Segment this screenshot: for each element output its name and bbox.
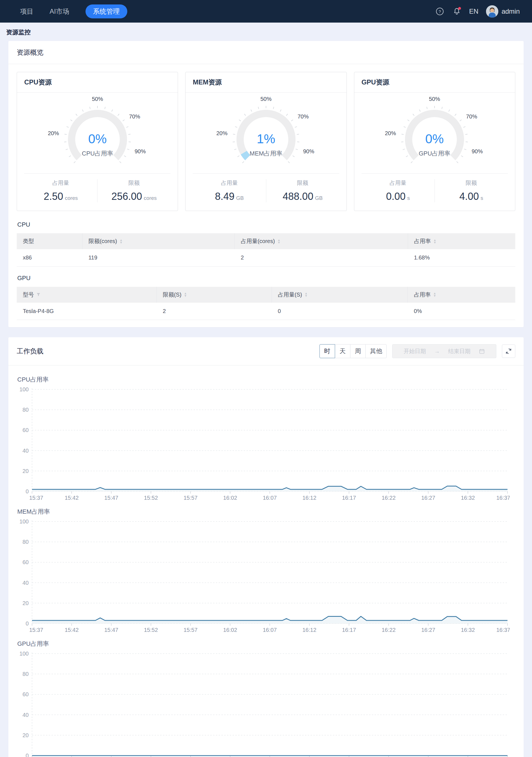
column-header[interactable]: 限额(cores)▲▼ bbox=[82, 233, 235, 249]
column-header[interactable]: 占用量(S)▲▼ bbox=[271, 287, 408, 303]
svg-text:100: 100 bbox=[19, 518, 29, 525]
svg-text:16:12: 16:12 bbox=[302, 627, 317, 633]
resource-overview-card: 资源概览 CPU资源20%50%70%90%0%CPU占用率占用量2.50cor… bbox=[8, 41, 524, 327]
svg-text:16:02: 16:02 bbox=[223, 627, 237, 633]
range-button-其他[interactable]: 其他 bbox=[365, 344, 387, 358]
language-switch[interactable]: EN bbox=[469, 8, 478, 15]
chart-title: MEM占用率 bbox=[17, 507, 515, 516]
chart-title: GPU占用率 bbox=[17, 640, 515, 648]
user-menu[interactable]: admin bbox=[486, 5, 520, 17]
svg-text:70%: 70% bbox=[297, 113, 309, 120]
sort-carets-icon[interactable]: ▲▼ bbox=[120, 239, 123, 244]
column-label: 类型 bbox=[23, 237, 34, 245]
table-title: GPU bbox=[17, 275, 515, 282]
column-header[interactable]: 限额(S)▲▼ bbox=[156, 287, 271, 303]
svg-text:16:07: 16:07 bbox=[263, 495, 277, 501]
svg-text:?: ? bbox=[439, 9, 441, 14]
table-row: x8611921.68% bbox=[17, 249, 515, 266]
gauge-chart: 20%50%70%90%0%CPU占用率 bbox=[32, 97, 163, 173]
svg-text:90%: 90% bbox=[303, 148, 314, 154]
svg-text:GPU占用率: GPU占用率 bbox=[419, 150, 450, 157]
range-button-时[interactable]: 时 bbox=[320, 344, 335, 358]
sort-carets-icon[interactable]: ▲▼ bbox=[304, 292, 307, 297]
column-header[interactable]: 占用率▲▼ bbox=[408, 233, 515, 249]
gauge-row: CPU资源20%50%70%90%0%CPU占用率占用量2.50cores限额2… bbox=[8, 64, 524, 214]
gauge-card-title: GPU资源 bbox=[354, 72, 515, 93]
svg-text:16:32: 16:32 bbox=[461, 495, 475, 501]
svg-text:40: 40 bbox=[22, 448, 29, 454]
svg-text:15:47: 15:47 bbox=[104, 495, 118, 501]
gpu-table: 型号限额(S)▲▼占用量(S)▲▼占用率▲▼Tesla-P4-8G200% bbox=[17, 287, 515, 320]
end-date-placeholder[interactable]: 结束日期 bbox=[448, 348, 470, 355]
svg-text:60: 60 bbox=[22, 691, 29, 697]
table-cell: 119 bbox=[82, 249, 235, 266]
gauge-card-title: CPU资源 bbox=[17, 72, 178, 93]
svg-text:20: 20 bbox=[22, 468, 29, 474]
sort-carets-icon[interactable]: ▲▼ bbox=[434, 239, 436, 244]
sort-carets-icon[interactable]: ▲▼ bbox=[433, 292, 436, 297]
svg-text:60: 60 bbox=[22, 559, 29, 565]
column-header: 型号 bbox=[17, 287, 156, 303]
svg-text:0: 0 bbox=[26, 621, 29, 626]
table-cell: 2 bbox=[235, 249, 408, 266]
svg-text:16:02: 16:02 bbox=[223, 495, 237, 501]
svg-text:15:42: 15:42 bbox=[65, 627, 78, 633]
svg-text:40: 40 bbox=[22, 580, 29, 586]
sort-carets-icon[interactable]: ▲▼ bbox=[277, 239, 280, 244]
table-cell: 0 bbox=[271, 303, 408, 320]
svg-text:60: 60 bbox=[22, 427, 29, 433]
calendar-icon bbox=[479, 348, 485, 354]
svg-text:16:12: 16:12 bbox=[302, 495, 317, 501]
help-icon[interactable]: ? bbox=[435, 7, 444, 16]
chart-title: CPU占用率 bbox=[17, 376, 515, 384]
refresh-button[interactable] bbox=[502, 345, 515, 358]
filter-icon[interactable] bbox=[37, 293, 41, 296]
workload-card: 工作负载 时天周其他 开始日期 → 结束日期 bbox=[8, 337, 524, 757]
svg-text:16:37: 16:37 bbox=[496, 495, 510, 501]
sort-carets-icon[interactable]: ▲▼ bbox=[184, 292, 187, 297]
nav-right: ? EN admin bbox=[435, 5, 520, 17]
svg-text:100: 100 bbox=[19, 651, 29, 657]
svg-text:CPU占用率: CPU占用率 bbox=[82, 150, 113, 157]
line-chart: 02040608010015:3715:4215:4715:5215:5716:… bbox=[17, 518, 510, 634]
svg-text:0%: 0% bbox=[88, 132, 106, 146]
column-header[interactable]: 占用率▲▼ bbox=[408, 287, 515, 303]
gauge-stat-quota: 限额256.00cores bbox=[97, 179, 170, 202]
gauge-stat-used: 占用量2.50cores bbox=[24, 179, 97, 202]
table-cell: 2 bbox=[156, 303, 271, 320]
svg-text:16:22: 16:22 bbox=[381, 627, 396, 633]
line-chart: 02040608010015:3715:4215:4715:5215:5716:… bbox=[17, 386, 510, 501]
range-button-天[interactable]: 天 bbox=[335, 344, 350, 358]
table-title: CPU bbox=[17, 221, 515, 228]
svg-text:16:22: 16:22 bbox=[381, 495, 396, 501]
svg-text:50%: 50% bbox=[429, 97, 440, 102]
gauge-card-title: MEM资源 bbox=[185, 72, 346, 93]
svg-text:1%: 1% bbox=[257, 132, 275, 146]
nav-tab-项目[interactable]: 项目 bbox=[20, 4, 33, 19]
svg-text:100: 100 bbox=[19, 386, 29, 392]
svg-text:15:37: 15:37 bbox=[29, 495, 43, 501]
gauge-stat-quota: 限额488.00GB bbox=[266, 179, 339, 202]
column-header[interactable]: 占用量(cores)▲▼ bbox=[235, 233, 408, 249]
svg-text:16:37: 16:37 bbox=[496, 627, 510, 633]
gauge-chart: 20%50%70%90%0%GPU占用率 bbox=[369, 97, 500, 173]
date-range-arrow: → bbox=[434, 348, 440, 354]
date-range-picker[interactable]: 开始日期 → 结束日期 bbox=[392, 344, 496, 358]
notification-bell-icon[interactable] bbox=[452, 7, 462, 16]
overview-card-title: 资源概览 bbox=[8, 41, 524, 64]
username: admin bbox=[502, 8, 520, 15]
table-cell: Tesla-P4-8G bbox=[17, 303, 156, 320]
time-range-group: 时天周其他 bbox=[320, 344, 387, 358]
svg-text:16:32: 16:32 bbox=[461, 627, 475, 633]
svg-text:15:37: 15:37 bbox=[29, 627, 43, 633]
column-header: 类型 bbox=[17, 233, 82, 249]
nav-tab-AI市场[interactable]: AI市场 bbox=[50, 4, 70, 19]
start-date-placeholder[interactable]: 开始日期 bbox=[404, 348, 426, 355]
svg-text:16:17: 16:17 bbox=[342, 627, 356, 633]
nav-tab-系统管理[interactable]: 系统管理 bbox=[86, 5, 127, 18]
svg-text:80: 80 bbox=[22, 407, 29, 413]
gauge-stat-quota: 限额4.00s bbox=[434, 179, 508, 202]
column-label: 限额(cores) bbox=[89, 237, 117, 245]
range-button-周[interactable]: 周 bbox=[350, 344, 366, 358]
svg-text:50%: 50% bbox=[261, 97, 271, 102]
